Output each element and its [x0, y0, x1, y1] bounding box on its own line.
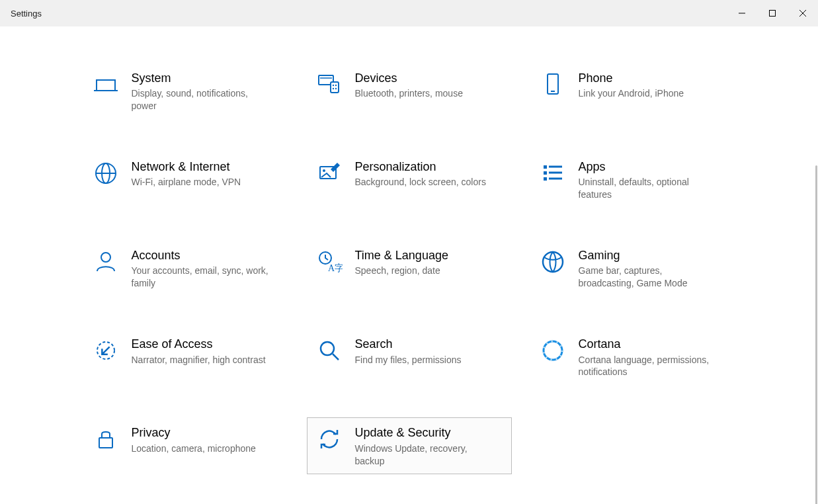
tile-title: Devices: [355, 70, 463, 86]
cortana-icon: [536, 336, 569, 364]
tile-title: Cortana: [579, 336, 717, 352]
close-button[interactable]: [788, 0, 818, 26]
tile-subtitle: Uninstall, defaults, optional features: [579, 176, 717, 201]
tile-title: Network & Internet: [132, 159, 241, 175]
settings-tile-ease[interactable]: Ease of AccessNarrator, magnifier, high …: [83, 329, 288, 386]
search-icon: [313, 336, 346, 364]
maximize-button[interactable]: [757, 0, 788, 26]
settings-tile-phone[interactable]: PhoneLink your Android, iPhone: [530, 63, 735, 120]
personalization-icon: [313, 159, 346, 187]
tile-title: Ease of Access: [132, 336, 266, 352]
accounts-icon: [89, 247, 122, 275]
settings-tile-system[interactable]: SystemDisplay, sound, notifications, pow…: [83, 63, 288, 120]
tile-subtitle: Link your Android, iPhone: [579, 87, 684, 100]
phone-icon: [536, 70, 569, 98]
settings-tile-personalization[interactable]: PersonalizationBackground, lock screen, …: [307, 151, 512, 208]
minimize-button[interactable]: [727, 0, 757, 26]
settings-tile-update[interactable]: Update & SecurityWindows Update, recover…: [307, 417, 512, 474]
tile-title: Search: [355, 336, 462, 352]
titlebar: Settings: [0, 0, 818, 26]
tile-subtitle: Wi-Fi, airplane mode, VPN: [132, 176, 241, 189]
tile-title: Gaming: [579, 247, 717, 263]
tile-title: Personalization: [355, 159, 486, 175]
gaming-icon: [536, 247, 569, 275]
scrollbar[interactable]: [815, 165, 817, 504]
time-icon: [313, 247, 346, 275]
ease-icon: [89, 336, 122, 364]
tile-title: Phone: [579, 70, 684, 86]
window-title: Settings: [0, 9, 42, 19]
settings-grid: SystemDisplay, sound, notifications, pow…: [79, 63, 740, 474]
tile-subtitle: Game bar, captures, broadcasting, Game M…: [579, 265, 717, 290]
settings-tile-devices[interactable]: DevicesBluetooth, printers, mouse: [307, 63, 512, 120]
tile-subtitle: Display, sound, notifications, power: [132, 87, 270, 112]
devices-icon: [313, 70, 346, 98]
network-icon: [89, 159, 122, 187]
tile-subtitle: Background, lock screen, colors: [355, 176, 486, 189]
settings-tile-search[interactable]: SearchFind my files, permissions: [307, 329, 512, 386]
system-icon: [89, 70, 122, 98]
tile-title: Privacy: [132, 425, 256, 441]
tile-subtitle: Windows Update, recovery, backup: [355, 442, 494, 468]
tile-subtitle: Narrator, magnifier, high contrast: [132, 354, 266, 366]
tile-subtitle: Find my files, permissions: [355, 354, 462, 366]
privacy-icon: [89, 425, 122, 452]
tile-title: Accounts: [132, 247, 270, 263]
settings-tile-privacy[interactable]: PrivacyLocation, camera, microphone: [83, 417, 288, 474]
tile-title: Time & Language: [355, 247, 448, 263]
content-area: SystemDisplay, sound, notifications, pow…: [0, 26, 818, 504]
tile-subtitle: Speech, region, date: [355, 265, 448, 277]
apps-icon: [536, 159, 569, 187]
settings-tile-accounts[interactable]: AccountsYour accounts, email, sync, work…: [83, 240, 288, 297]
tile-subtitle: Location, camera, microphone: [132, 442, 256, 455]
settings-tile-time[interactable]: Time & LanguageSpeech, region, date: [307, 240, 512, 297]
tile-subtitle: Bluetooth, printers, mouse: [355, 87, 463, 100]
tile-title: Update & Security: [355, 425, 494, 441]
svg-rect-1: [770, 11, 776, 17]
tile-subtitle: Your accounts, email, sync, work, family: [132, 265, 270, 290]
update-icon: [313, 425, 346, 452]
settings-tile-apps[interactable]: AppsUninstall, defaults, optional featur…: [530, 151, 735, 208]
tile-title: Apps: [579, 159, 717, 175]
tile-subtitle: Cortana language, permissions, notificat…: [579, 354, 717, 379]
settings-tile-network[interactable]: Network & InternetWi-Fi, airplane mode, …: [83, 151, 288, 208]
settings-tile-cortana[interactable]: CortanaCortana language, permissions, no…: [530, 329, 735, 386]
tile-title: System: [132, 70, 270, 86]
settings-tile-gaming[interactable]: GamingGame bar, captures, broadcasting, …: [530, 240, 735, 297]
